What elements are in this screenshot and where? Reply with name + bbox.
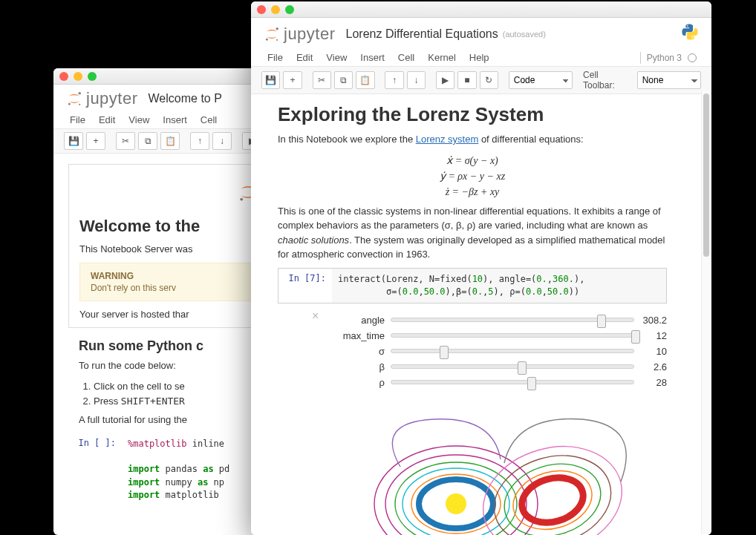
copy-button[interactable]: ⧉ xyxy=(138,132,157,150)
foreground-window: jupyter Lorenz Differential Equations (a… xyxy=(251,1,711,535)
arrow-down-icon: ↓ xyxy=(220,136,224,146)
slider-ρ[interactable] xyxy=(391,375,634,389)
arrow-up-icon: ↑ xyxy=(198,136,202,146)
move-down-button[interactable]: ↓ xyxy=(212,132,232,150)
toolbar: 💾 + ✂ ⧉ 📋 ↑ ↓ ▶ ■ ↻ Code Cell Toolbar: N… xyxy=(251,67,711,94)
widget-value: 10 xyxy=(634,346,667,357)
widget-row-σ: σ10 xyxy=(337,344,667,358)
menu-view[interactable]: View xyxy=(320,49,353,66)
svg-point-8 xyxy=(276,39,278,41)
input-prompt: In [ ]: xyxy=(68,433,122,507)
scissors-icon: ✂ xyxy=(318,75,325,85)
cell-toolbar-label: Cell Toolbar: xyxy=(583,70,631,91)
cut-button[interactable]: ✂ xyxy=(116,132,135,150)
window-zoom-button[interactable] xyxy=(88,72,97,81)
widget-row-β: β2.6 xyxy=(337,360,667,373)
notebook-content: Exploring the Lorenz System In this Note… xyxy=(251,94,711,535)
jupyter-logo-icon xyxy=(65,90,83,108)
menu-cell[interactable]: Cell xyxy=(392,49,420,66)
slider-β[interactable] xyxy=(391,360,634,373)
svg-point-4 xyxy=(240,198,243,201)
cell-toolbar-select[interactable]: None xyxy=(637,71,701,89)
widget-label: angle xyxy=(337,315,391,326)
svg-point-20 xyxy=(517,471,589,530)
description-text: This is one of the classic systems in no… xyxy=(278,204,667,262)
logo-text: jupyter xyxy=(284,24,336,44)
slider-max_time[interactable] xyxy=(391,329,634,342)
add-cell-button[interactable]: + xyxy=(283,71,302,89)
window-close-button[interactable] xyxy=(257,5,266,14)
close-icon[interactable]: × xyxy=(312,309,319,323)
save-icon: 💾 xyxy=(265,75,276,85)
menu-view[interactable]: View xyxy=(123,111,155,128)
paste-icon: 📋 xyxy=(165,136,176,146)
arrow-up-icon: ↑ xyxy=(392,75,397,85)
play-icon: ▶ xyxy=(442,75,449,85)
paste-button[interactable]: 📋 xyxy=(160,132,180,150)
svg-point-0 xyxy=(78,92,81,95)
window-close-button[interactable] xyxy=(59,72,68,81)
plus-icon: + xyxy=(290,75,296,85)
menu-help[interactable]: Help xyxy=(463,49,495,66)
window-minimize-button[interactable] xyxy=(74,72,82,81)
scrollbar[interactable] xyxy=(701,91,711,534)
jupyter-logo: jupyter xyxy=(65,89,138,108)
restart-button[interactable]: ↻ xyxy=(480,71,498,89)
save-icon: 💾 xyxy=(68,136,79,146)
notebook-header: jupyter Lorenz Differential Equations (a… xyxy=(251,18,711,47)
autosave-badge: (autosaved) xyxy=(503,30,546,39)
add-cell-button[interactable]: + xyxy=(86,132,105,150)
jupyter-logo-icon xyxy=(263,25,281,43)
kernel-indicator: Python 3 xyxy=(640,49,701,66)
widget-row-ρ: ρ28 xyxy=(337,375,667,389)
menu-insert[interactable]: Insert xyxy=(157,111,193,128)
arrow-down-icon: ↓ xyxy=(414,75,418,85)
paste-button[interactable]: 📋 xyxy=(356,71,374,89)
notebook-title[interactable]: Lorenz Differential Equations xyxy=(346,27,498,41)
menu-insert[interactable]: Insert xyxy=(354,49,391,66)
slider-angle[interactable] xyxy=(391,313,634,326)
copy-icon: ⧉ xyxy=(145,136,151,146)
notebook-title[interactable]: Welcome to P xyxy=(149,92,222,105)
refresh-icon: ↻ xyxy=(485,75,492,85)
menu-file[interactable]: File xyxy=(261,49,289,66)
cell-type-select[interactable]: Code xyxy=(509,71,573,89)
widget-label: σ xyxy=(337,346,391,357)
widget-value: 308.2 xyxy=(634,315,667,326)
cut-button[interactable]: ✂ xyxy=(313,71,331,89)
move-up-button[interactable]: ↑ xyxy=(385,71,403,89)
paste-icon: 📋 xyxy=(359,75,371,85)
input-prompt: In [7]: xyxy=(278,269,332,303)
move-up-button[interactable]: ↑ xyxy=(190,132,209,150)
widget-row-max_time: max_time12 xyxy=(337,329,667,342)
lorenz-link[interactable]: Lorenz system xyxy=(416,134,479,145)
menu-edit[interactable]: Edit xyxy=(93,111,121,128)
svg-point-9 xyxy=(374,446,538,535)
widget-label: β xyxy=(337,361,391,372)
window-minimize-button[interactable] xyxy=(271,5,280,14)
scrollbar-thumb[interactable] xyxy=(703,93,709,257)
python-logo-icon xyxy=(680,22,700,46)
intro-text: In this Notebook we explore the Lorenz s… xyxy=(278,132,667,147)
menu-file[interactable]: File xyxy=(64,111,91,128)
run-button[interactable]: ▶ xyxy=(436,71,454,89)
equation-block: ẋ = σ(y − x) ẏ = ρx − y − xz ż = −βz + x… xyxy=(278,153,667,200)
menu-edit[interactable]: Edit xyxy=(290,49,319,66)
jupyter-logo: jupyter xyxy=(263,24,336,44)
lorenz-heading: Exploring the Lorenz System xyxy=(278,103,667,126)
copy-icon: ⧉ xyxy=(340,75,347,85)
titlebar xyxy=(251,1,711,18)
menu-kernel[interactable]: Kernel xyxy=(422,49,462,66)
move-down-button[interactable]: ↓ xyxy=(407,71,426,89)
code-body[interactable]: interact(Lorenz, N=fixed(10), angle=(0.,… xyxy=(332,269,666,303)
slider-σ[interactable] xyxy=(391,344,634,358)
menu-cell[interactable]: Cell xyxy=(195,111,223,128)
stop-button[interactable]: ■ xyxy=(457,71,476,89)
copy-button[interactable]: ⧉ xyxy=(334,71,353,89)
save-button[interactable]: 💾 xyxy=(261,71,280,89)
window-zoom-button[interactable] xyxy=(285,5,294,14)
save-button[interactable]: 💾 xyxy=(64,132,83,150)
widget-row-angle: angle308.2 xyxy=(337,313,667,326)
code-cell[interactable]: In [7]: interact(Lorenz, N=fixed(10), an… xyxy=(278,268,667,304)
svg-point-2 xyxy=(79,104,80,105)
